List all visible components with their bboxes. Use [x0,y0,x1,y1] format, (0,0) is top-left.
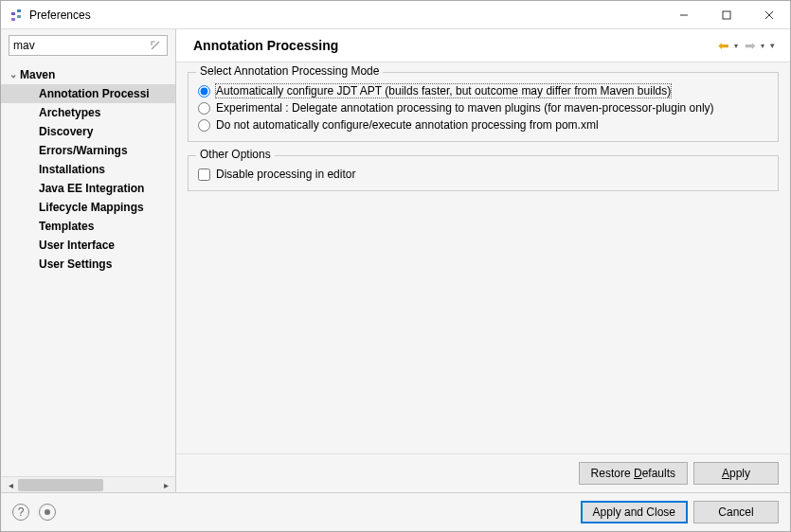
other-checkbox-label: Disable processing in editor [216,168,355,181]
mode-radio-row[interactable]: Experimental : Delegate annotation proce… [198,99,768,116]
search-row [1,29,175,62]
tree-item[interactable]: Installations [1,160,175,179]
page-title: Annotation Processing [193,38,713,53]
window-buttons [662,1,790,28]
tree-item-label: Maven [20,66,55,83]
maximize-button[interactable] [705,1,747,28]
clear-search-icon[interactable] [149,39,162,52]
scroll-thumb[interactable] [18,479,103,491]
sidebar: ⌄ Maven Annotation ProcessiArchetypesDis… [1,29,176,492]
apply-and-close-button[interactable]: Apply and Close [581,501,688,523]
mode-radio[interactable] [198,102,210,115]
mode-group: Select Annotation Processing Mode Automa… [188,72,779,142]
mode-radio-row[interactable]: Automatically configure JDT APT (builds … [198,82,768,99]
tree-item[interactable]: Archetypes [1,103,175,122]
tree-item-label: Installations [39,161,105,178]
scroll-track[interactable] [18,478,158,492]
window-title: Preferences [29,9,662,22]
tree-item[interactable]: Lifecycle Mappings [1,198,175,217]
tree-item-label: Java EE Integration [39,180,144,197]
svg-point-8 [45,509,50,515]
tree-item-label: Annotation Processi [39,85,150,102]
tree-item-label: Templates [39,218,94,235]
back-icon[interactable]: ⬅ [713,37,734,54]
tree-item[interactable]: Templates [1,217,175,236]
svg-rect-1 [17,9,21,12]
scroll-left-icon[interactable]: ◂ [3,478,18,492]
mode-radio-label: Do not automatically configure/execute a… [216,118,599,132]
tree-item-label: Lifecycle Mappings [39,199,144,216]
content-body: Select Annotation Processing Mode Automa… [176,62,790,453]
horizontal-scrollbar[interactable]: ◂ ▸ [1,476,175,492]
content-footer: Restore Defaults Apply [176,453,790,492]
tree-item[interactable]: User Settings [1,255,175,274]
titlebar: Preferences [1,1,790,29]
tree-item[interactable]: Java EE Integration [1,179,175,198]
forward-icon[interactable]: ➡ [740,37,761,54]
mode-radio-label: Experimental : Delegate annotation proce… [216,101,714,115]
other-checkbox[interactable] [198,168,210,181]
mode-radio[interactable] [198,119,210,132]
content-header: Annotation Processing ⬅ ▾ ➡ ▾ ▾ [176,29,790,62]
forward-menu-caret[interactable]: ▾ [761,42,764,50]
mode-radio-label: Automatically configure JDT APT (builds … [216,84,671,98]
svg-rect-3 [17,15,21,18]
tree-item-label: Discovery [39,123,93,140]
help-icon[interactable]: ? [12,504,29,521]
close-button[interactable] [747,1,790,28]
other-group-title: Other Options [196,148,275,161]
expand-icon[interactable]: ⌄ [7,66,20,83]
dialog-body: ⌄ Maven Annotation ProcessiArchetypesDis… [1,29,790,492]
dialog-footer: ? Apply and Close Cancel [1,492,790,531]
apply-button[interactable]: Apply [693,462,779,485]
back-menu-caret[interactable]: ▾ [734,42,738,50]
app-icon [9,8,24,23]
preferences-tree[interactable]: ⌄ Maven Annotation ProcessiArchetypesDis… [1,62,175,476]
mode-radio[interactable] [198,85,210,98]
restore-defaults-button[interactable]: Restore Defaults [579,462,688,485]
tree-item-label: Errors/Warnings [39,142,128,159]
svg-rect-0 [11,12,15,15]
import-export-icon[interactable] [39,504,56,521]
other-check-row[interactable]: Disable processing in editor [198,166,768,183]
scroll-right-icon[interactable]: ▸ [158,478,173,492]
search-input[interactable] [9,35,168,56]
tree-item-label: User Settings [39,256,112,273]
minimize-button[interactable] [662,1,705,28]
tree-item-label: User Interface [39,237,115,254]
tree-item[interactable]: Errors/Warnings [1,141,175,160]
tree-item-maven[interactable]: ⌄ Maven [1,65,175,84]
tree-item[interactable]: User Interface [1,236,175,255]
tree-item[interactable]: Discovery [1,122,175,141]
tree-item[interactable]: Annotation Processi [1,84,175,103]
footer-buttons: Apply and Close Cancel [581,501,779,523]
cancel-button[interactable]: Cancel [693,501,779,523]
other-group: Other Options Disable processing in edit… [188,155,779,191]
tree-item-label: Archetypes [39,104,100,121]
svg-rect-5 [723,11,730,19]
mode-group-title: Select Annotation Processing Mode [196,64,383,78]
content-pane: Annotation Processing ⬅ ▾ ➡ ▾ ▾ Select A… [176,29,790,492]
view-menu-icon[interactable]: ▾ [766,39,779,52]
mode-radio-row[interactable]: Do not automatically configure/execute a… [198,116,768,133]
nav-icons: ⬅ ▾ ➡ ▾ ▾ [713,37,779,54]
svg-rect-2 [11,18,15,21]
preferences-dialog: Preferences [0,0,791,532]
footer-icons: ? [12,504,581,521]
